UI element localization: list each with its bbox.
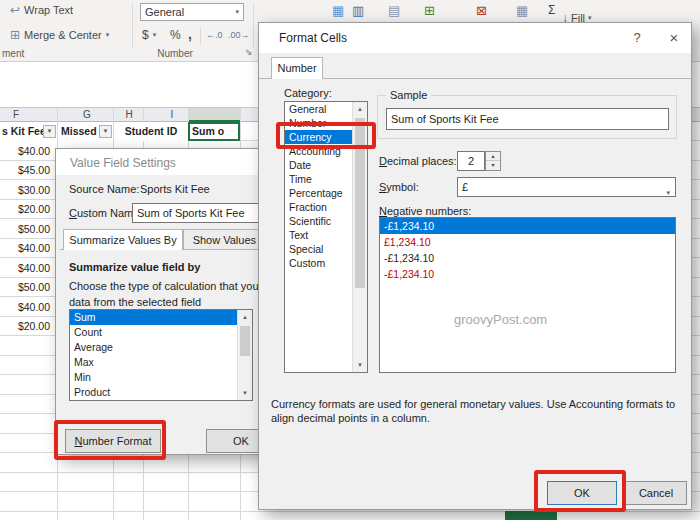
insert-cells-icon[interactable]: ⊞ — [424, 3, 435, 18]
fc-titlebar[interactable]: Format Cells ? × — [259, 23, 691, 53]
category-general[interactable]: General — [285, 102, 352, 116]
vfs-list-scrollbar[interactable]: ▲ ▼ — [237, 310, 252, 400]
scroll-up-icon[interactable]: ▲ — [353, 102, 367, 116]
format-cells-dialog: Format Cells ? × Number Category: Genera… — [258, 22, 692, 510]
cell-value[interactable]: $20.00 — [0, 200, 53, 219]
header-cell-label: Student ID — [125, 125, 178, 137]
close-button[interactable]: × — [661, 28, 687, 48]
stepper-up-icon[interactable]: ▴ — [486, 152, 500, 161]
increase-decimal-button[interactable]: ←.0 — [206, 30, 223, 40]
wrap-text-button[interactable]: ↩ Wrap Text — [10, 3, 73, 17]
summarize-section-title: Summarize value field by — [69, 261, 200, 273]
category-scientific[interactable]: Scientific — [285, 214, 352, 228]
column-header-i[interactable]: I — [164, 108, 180, 122]
merge-center-label: Merge & Center — [24, 29, 102, 41]
vfs-description-line2: data from the selected field — [69, 296, 201, 308]
ribbon-separator — [253, 3, 254, 47]
option-sum[interactable]: Sum — [70, 310, 237, 325]
scroll-up-icon[interactable]: ▲ — [238, 310, 252, 324]
column-header-h[interactable]: H — [121, 108, 137, 122]
comma-style-button[interactable]: , — [188, 26, 192, 42]
negative-format-option[interactable]: -£1,234.10 — [380, 218, 675, 234]
cancel-label: Cancel — [626, 482, 686, 504]
column-header-g[interactable]: G — [79, 108, 95, 122]
filter-dropdown-icon[interactable]: ▼ — [99, 125, 112, 138]
delete-cells-icon[interactable]: ⊠ — [476, 3, 487, 18]
cell-value[interactable]: $50.00 — [0, 220, 53, 239]
help-button[interactable]: ? — [625, 28, 649, 48]
negative-numbers-list: -£1,234.10 £1,234.10 -£1,234.10 -£1,234.… — [379, 217, 676, 373]
sample-group-label: Sample — [386, 89, 431, 101]
header-cell-label: Sum o — [192, 125, 224, 137]
tab-divider — [259, 78, 693, 79]
category-date[interactable]: Date — [285, 158, 352, 172]
currency-icon: $ — [142, 28, 149, 42]
negative-format-option[interactable]: £1,234.10 — [380, 234, 675, 250]
option-product[interactable]: Product — [70, 385, 237, 400]
ribbon-separator — [132, 3, 133, 47]
annotation-number-format — [54, 420, 166, 460]
cell-value[interactable]: $30.00 — [0, 181, 53, 200]
cell-value[interactable]: $50.00 — [0, 278, 53, 297]
chevron-down-icon: ▾ — [666, 184, 670, 197]
column-header-f[interactable]: F — [8, 108, 24, 122]
cell-styles-icon[interactable]: ▤ — [388, 3, 400, 18]
chevron-down-icon: ▾ — [235, 8, 239, 16]
category-custom[interactable]: Custom — [285, 256, 352, 270]
cell-value[interactable]: $40.00 — [0, 259, 53, 278]
number-dialog-launcher[interactable]: ⇘ — [245, 47, 253, 57]
category-fraction[interactable]: Fraction — [285, 200, 352, 214]
chevron-down-icon: ▾ — [153, 31, 157, 39]
negative-format-option[interactable]: -£1,234.10 — [380, 250, 675, 266]
tab-number[interactable]: Number — [271, 57, 323, 79]
cancel-button[interactable]: Cancel — [625, 481, 687, 505]
option-max[interactable]: Max — [70, 355, 237, 370]
scroll-down-icon[interactable]: ▼ — [353, 358, 367, 372]
symbol-select[interactable]: £ ▾ — [457, 177, 676, 197]
option-count[interactable]: Count — [70, 325, 237, 340]
number-group-label: Number — [120, 48, 230, 59]
negative-numbers-label: Negative numbers: — [379, 205, 471, 217]
symbol-value: £ — [462, 181, 468, 193]
stepper-down-icon[interactable]: ▾ — [486, 161, 500, 170]
number-format-select[interactable]: General ▾ — [140, 3, 244, 21]
merge-center-button[interactable]: ⊞ Merge & Center ▾ — [10, 28, 109, 42]
format-description: Currency formats are used for general mo… — [271, 397, 683, 425]
scroll-down-icon[interactable]: ▼ — [238, 386, 252, 400]
alignment-group-label: ment — [2, 48, 24, 59]
format-cells-icon[interactable]: ▦ — [516, 3, 528, 18]
header-cell-student-id[interactable]: Student ID — [114, 122, 188, 141]
tab-summarize-values-by[interactable]: Summarize Values By — [63, 229, 183, 250]
cell-value[interactable]: $40.00 — [0, 298, 53, 317]
autosum-icon[interactable]: Σ — [548, 3, 555, 17]
decrease-decimal-button[interactable]: .00→ — [228, 30, 250, 40]
cell-value[interactable]: $45.00 — [0, 161, 53, 180]
selected-column-header[interactable] — [188, 108, 240, 122]
category-time[interactable]: Time — [285, 172, 352, 186]
percent-style-button[interactable]: % — [170, 28, 181, 42]
category-text[interactable]: Text — [285, 228, 352, 242]
option-average[interactable]: Average — [70, 340, 237, 355]
format-as-table-icon[interactable]: ▥ — [352, 3, 364, 18]
conditional-formatting-icon[interactable]: ▦ — [332, 3, 344, 18]
category-special[interactable]: Special — [285, 242, 352, 256]
decimal-places-input[interactable]: 2 — [457, 151, 485, 171]
header-cell-missed-c[interactable]: Missed C ▼ — [58, 122, 113, 141]
cell-value[interactable]: $20.00 — [0, 317, 53, 336]
ribbon-separator — [200, 28, 201, 44]
header-cell-sports-kit-fee[interactable]: s Kit Fee ▼ — [0, 122, 57, 141]
merge-center-icon: ⊞ — [10, 28, 20, 42]
filter-dropdown-icon[interactable]: ▼ — [43, 125, 56, 138]
option-min[interactable]: Min — [70, 370, 237, 385]
wrap-text-icon: ↩ — [10, 3, 20, 17]
vfs-description-line1: Choose the type of calculation that you … — [69, 280, 285, 292]
green-cell-fragment — [505, 511, 557, 520]
accounting-format-button[interactable]: $ ▾ — [142, 28, 156, 42]
scroll-thumb[interactable] — [240, 326, 250, 356]
cell-value[interactable]: $40.00 — [0, 239, 53, 258]
selected-cell-sum-of[interactable]: Sum o — [188, 122, 240, 141]
number-format-value: General — [145, 6, 184, 18]
negative-format-option[interactable]: -£1,234.10 — [380, 266, 675, 282]
cell-value[interactable]: $40.00 — [0, 142, 53, 161]
category-percentage[interactable]: Percentage — [285, 186, 352, 200]
